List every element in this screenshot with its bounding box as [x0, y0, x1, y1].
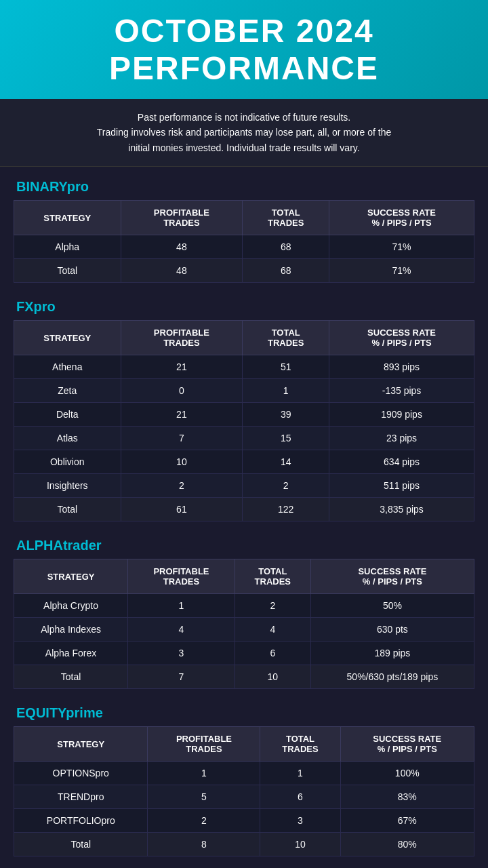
- col-header-success: SUCCESS RATE% / PIPS / PTS: [340, 727, 474, 762]
- col-header-strategy: STRATEGY: [14, 559, 128, 594]
- header: OCTOBER 2024 PERFORMANCE: [0, 0, 488, 99]
- table-row-total: Total81080%: [14, 833, 474, 856]
- table-row: TRENDpro5683%: [14, 785, 474, 809]
- col-header-profitable: PROFITABLETRADES: [121, 201, 243, 235]
- cell-success: 71%: [329, 259, 474, 283]
- col-header-strategy: STRATEGY: [14, 321, 121, 355]
- section-fxpro: FXpro STRATEGY PROFITABLETRADES TOTALTRA…: [14, 294, 474, 521]
- cell-success: 71%: [329, 235, 474, 259]
- table-fxpro: STRATEGY PROFITABLETRADES TOTALTRADES SU…: [14, 320, 474, 521]
- table-row-total: Total611223,835 pips: [14, 498, 474, 521]
- main-content: BINARYpro STRATEGY PROFITABLETRADES TOTA…: [0, 167, 488, 868]
- table-row: Athena2151893 pips: [14, 355, 474, 379]
- table-row: Atlas71523 pips: [14, 427, 474, 450]
- col-header-profitable: PROFITABLETRADES: [128, 559, 235, 594]
- section-binarypro: BINARYpro STRATEGY PROFITABLETRADES TOTA…: [14, 174, 474, 283]
- table-row: Zeta01-135 pips: [14, 379, 474, 403]
- table-binarypro: STRATEGY PROFITABLETRADES TOTALTRADES SU…: [14, 200, 474, 283]
- cell-profitable: 48: [121, 259, 243, 283]
- cell-strategy: Alpha: [14, 235, 121, 259]
- table-row-total: Total71050%/630 pts/189 pips: [14, 665, 474, 689]
- disclaimer-text: Past performance is not indicative of fu…: [97, 112, 391, 153]
- cell-profitable: 48: [121, 235, 243, 259]
- cell-strategy: Total: [14, 259, 121, 283]
- col-header-total: TOTALTRADES: [243, 201, 329, 235]
- col-header-profitable: PROFITABLETRADES: [121, 321, 243, 355]
- cell-total: 68: [243, 259, 329, 283]
- col-header-success: SUCCESS RATE% / PIPS / PTS: [329, 321, 474, 355]
- table-row: Alpha 48 68 71%: [14, 235, 474, 259]
- section-equityprime: EQUITYprime STRATEGY PROFITABLETRADES TO…: [14, 700, 474, 856]
- section-title-alphatrader: ALPHAtrader: [14, 532, 474, 559]
- section-title-fxpro: FXpro: [14, 294, 474, 320]
- col-header-total: TOTALTRADES: [243, 321, 329, 355]
- col-header-success: SUCCESS RATE% / PIPS / PTS: [329, 201, 474, 235]
- table-row-total: Total 48 68 71%: [14, 259, 474, 283]
- col-header-success: SUCCESS RATE% / PIPS / PTS: [310, 559, 474, 594]
- table-alphatrader: STRATEGY PROFITABLETRADES TOTALTRADES SU…: [14, 559, 474, 689]
- table-row: Alpha Forex36189 pips: [14, 642, 474, 665]
- table-row: Delta21391909 pips: [14, 403, 474, 427]
- table-row: PORTFOLIOpro2367%: [14, 809, 474, 833]
- col-header-total: TOTALTRADES: [260, 727, 340, 762]
- disclaimer: Past performance is not indicative of fu…: [0, 99, 488, 167]
- cell-total: 68: [243, 235, 329, 259]
- section-title-equityprime: EQUITYprime: [14, 700, 474, 726]
- col-header-strategy: STRATEGY: [14, 201, 121, 235]
- table-row: OPTIONSpro11100%: [14, 762, 474, 785]
- table-row: Insighters22511 pips: [14, 474, 474, 498]
- table-equityprime: STRATEGY PROFITABLETRADES TOTALTRADES SU…: [14, 726, 474, 856]
- col-header-total: TOTALTRADES: [235, 559, 310, 594]
- col-header-strategy: STRATEGY: [14, 727, 148, 762]
- table-row: Alpha Crypto1250%: [14, 594, 474, 618]
- section-title-binarypro: BINARYpro: [14, 174, 474, 200]
- table-row: Oblivion1014634 pips: [14, 450, 474, 474]
- col-header-profitable: PROFITABLETRADES: [148, 727, 260, 762]
- section-alphatrader: ALPHAtrader STRATEGY PROFITABLETRADES TO…: [14, 532, 474, 689]
- table-row: Alpha Indexes44630 pts: [14, 618, 474, 642]
- page-title: OCTOBER 2024 PERFORMANCE: [14, 12, 474, 87]
